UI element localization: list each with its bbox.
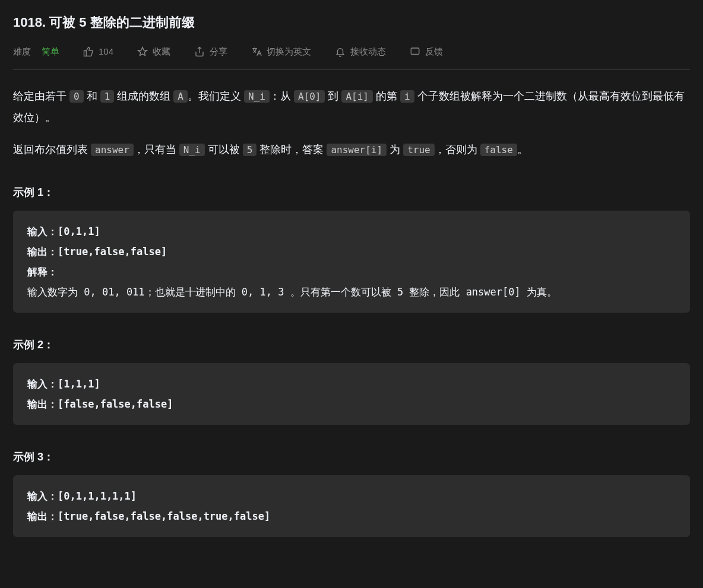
example-heading: 示例 3： (13, 449, 690, 466)
inline-code: N_i (244, 90, 270, 103)
difficulty: 难度 简单 (13, 45, 59, 59)
example-heading: 示例 2： (13, 336, 690, 354)
problem-title: 1018. 可被 5 整除的二进制前缀 (13, 12, 690, 33)
feedback-button[interactable]: 反馈 (410, 45, 443, 59)
bell-icon (335, 46, 346, 57)
difficulty-label: 难度 (13, 45, 31, 59)
switch-lang-label: 切换为英文 (267, 45, 311, 59)
difficulty-value: 简单 (42, 45, 59, 59)
translate-icon (251, 46, 262, 57)
example-block: 输入：[0,1,1,1,1,1] 输出：[true,false,false,fa… (13, 475, 690, 537)
description-paragraph: 返回布尔值列表 answer，只有当 N_i 可以被 5 整除时，答案 answ… (13, 139, 690, 160)
inline-code: false (480, 144, 517, 156)
favorite-label: 收藏 (153, 45, 170, 59)
example-block: 输入：[0,1,1] 输出：[true,false,false] 解释： 输入数… (13, 211, 690, 313)
share-label: 分享 (210, 45, 227, 59)
inline-code: answer (91, 144, 134, 156)
example-block: 输入：[1,1,1] 输出：[false,false,false] (13, 363, 690, 425)
inline-code: N_i (179, 144, 205, 156)
inline-code: A (173, 90, 188, 103)
favorite-button[interactable]: 收藏 (137, 45, 170, 59)
inline-code: true (403, 144, 435, 156)
inline-code: A[0] (294, 90, 325, 103)
share-button[interactable]: 分享 (194, 45, 227, 59)
svg-rect-0 (411, 48, 419, 55)
problem-description: 给定由若干 0 和 1 组成的数组 A。我们定义 N_i：从 A[0] 到 A[… (13, 85, 690, 160)
feedback-label: 反馈 (425, 45, 443, 59)
share-icon (194, 46, 205, 57)
inline-code: 0 (69, 90, 84, 103)
thumb-up-icon (83, 46, 94, 57)
notifications-label: 接收动态 (350, 45, 386, 59)
inline-code: A[i] (341, 90, 373, 103)
inline-code: i (400, 90, 414, 103)
star-icon (137, 46, 148, 57)
example-heading: 示例 1： (13, 184, 690, 201)
switch-lang-button[interactable]: 切换为英文 (251, 45, 311, 59)
like-button[interactable]: 104 (83, 45, 113, 59)
feedback-icon (410, 46, 420, 57)
likes-count: 104 (99, 45, 113, 59)
toolbar: 难度 简单 104 收藏 分享 切换为英文 接收动态 反馈 (13, 45, 690, 70)
inline-code: 1 (100, 90, 115, 103)
inline-code: 5 (243, 144, 257, 156)
notifications-button[interactable]: 接收动态 (335, 45, 386, 59)
description-paragraph: 给定由若干 0 和 1 组成的数组 A。我们定义 N_i：从 A[0] 到 A[… (13, 85, 690, 128)
inline-code: answer[i] (327, 144, 387, 156)
